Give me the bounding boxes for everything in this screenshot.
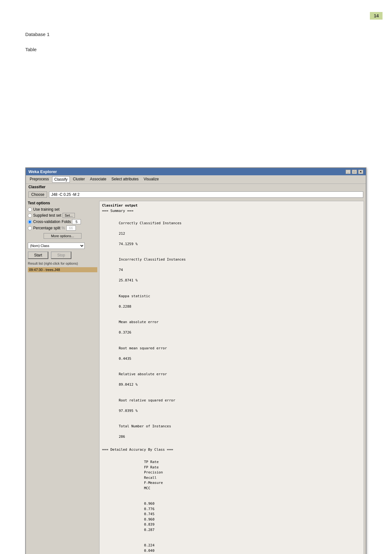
col-recall: Recall <box>144 475 163 481</box>
weka-window: Weka Explorer _ □ ✕ Preprocess Classify … <box>25 167 366 554</box>
menu-associate[interactable]: Associate <box>88 176 108 183</box>
database-label: Database 1 <box>25 32 50 37</box>
rms-line: Root mean squared error 0.4435 <box>102 340 361 367</box>
pct-symbol: % <box>62 226 65 230</box>
menu-classify[interactable]: Classify <box>52 176 70 183</box>
col-mcc: MCC <box>144 486 157 491</box>
incorrectly-classified-pct: 25.8741 % <box>119 278 138 282</box>
more-options-button[interactable]: More options... <box>44 233 81 239</box>
menu-cluster[interactable]: Cluster <box>71 176 87 183</box>
result-list-label: Result list (right-click for options) <box>28 262 97 265</box>
data-row2: 0.224 0.040 0.704 0.224 0.339 0.287 <box>102 538 361 554</box>
supplied-test-set-label: Supplied test set <box>33 213 61 218</box>
close-button[interactable]: ✕ <box>358 170 363 174</box>
detailed-header: === Detailed Accuracy By Class === <box>102 447 361 453</box>
rel-abs-line: Relative absolute error 89.0412 % <box>102 367 361 393</box>
percentage-split-row: Percentage split % <box>28 226 97 231</box>
minimize-button[interactable]: _ <box>346 170 351 174</box>
kappa-line: Kappa statistic 0.2288 <box>102 288 361 315</box>
table-label: Table <box>25 47 37 52</box>
pct-input[interactable] <box>66 226 76 231</box>
cross-validation-row: Cross-validation Folds 5 <box>28 219 97 224</box>
menu-preprocess[interactable]: Preprocess <box>28 176 51 183</box>
output-title: Classifier output <box>102 203 361 208</box>
result-item[interactable]: 09:47:30 - trees.J48 <box>28 267 97 272</box>
menu-select-attributes[interactable]: Select attributes <box>110 176 141 183</box>
percentage-split-label: Percentage split <box>33 226 60 230</box>
incorrectly-classified-label: Incorrectly Classified Instances <box>119 257 186 262</box>
use-training-set-row: Use training set <box>28 207 97 212</box>
incorrectly-classified-count: 74 <box>119 268 123 272</box>
stop-button[interactable]: Stop <box>51 251 71 259</box>
page-number: 14 <box>370 12 383 20</box>
title-bar: Weka Explorer _ □ ✕ <box>26 168 366 175</box>
percentage-split-radio[interactable] <box>28 226 32 230</box>
weka-title: Weka Explorer <box>28 169 57 174</box>
left-panel: Test options Use training set Supplied t… <box>28 201 97 554</box>
main-content: Test options Use training set Supplied t… <box>26 199 366 554</box>
data-row1: 0.960 0.776 0.745 0.960 0.839 0.287 <box>102 496 361 538</box>
test-options-label: Test options <box>28 201 97 205</box>
maximize-button[interactable]: □ <box>352 170 357 174</box>
classifier-name: J48 -C 0.25 -M 2 <box>49 191 363 198</box>
col-fp-rate: FP Rate <box>144 465 166 470</box>
classifier-output-panel[interactable]: Classifier output === Summary === Correc… <box>99 201 364 554</box>
choose-button[interactable]: Choose <box>28 191 47 198</box>
folds-input[interactable]: 5 <box>72 219 81 224</box>
cross-validation-radio[interactable] <box>28 220 32 224</box>
summary-header: === Summary === <box>102 208 361 214</box>
correctly-classified-count: 212 <box>119 232 125 236</box>
col-fmeasure: F-Measure <box>144 480 169 486</box>
total-instances-line: Total Number of Instances 286 <box>102 419 361 445</box>
folds-label: Folds <box>62 220 71 224</box>
window-controls: _ □ ✕ <box>346 170 363 174</box>
root-rel-line: Root relative squared error 97.0395 % <box>102 393 361 419</box>
menu-bar: Preprocess Classify Cluster Associate Se… <box>26 175 366 184</box>
correctly-classified-label: Correctly Classified Instances <box>119 221 182 225</box>
col-precision: Precision <box>144 470 166 475</box>
menu-visualize[interactable]: Visualize <box>142 176 161 183</box>
use-training-set-radio[interactable] <box>28 208 32 212</box>
set-button[interactable]: Set... <box>63 213 75 218</box>
use-training-set-label: Use training set <box>33 207 59 212</box>
col-tp-rate: TP Rate <box>144 460 166 465</box>
correctly-classified-line: Correctly Classified Instances 212 74.12… <box>102 215 361 252</box>
class-selector[interactable]: (Nom) Class <box>28 243 85 249</box>
start-button[interactable]: Start <box>28 251 48 259</box>
cross-validation-label: Cross-validation <box>33 220 60 224</box>
supplied-test-set-row: Supplied test set Set... <box>28 213 97 218</box>
classifier-section-label: Classifier <box>26 184 366 190</box>
table-headers-row: TP Rate FP Rate Precision Recall F-Measu… <box>102 455 361 496</box>
start-stop-row: Start Stop <box>28 251 97 259</box>
correctly-classified-pct: 74.1259 % <box>119 242 138 246</box>
incorrectly-classified-line: Incorrectly Classified Instances 74 25.8… <box>102 252 361 289</box>
choose-row: Choose J48 -C 0.25 -M 2 <box>26 190 366 199</box>
mean-abs-line: Mean absolute error 0.3726 <box>102 315 361 341</box>
supplied-test-set-radio[interactable] <box>28 214 32 218</box>
